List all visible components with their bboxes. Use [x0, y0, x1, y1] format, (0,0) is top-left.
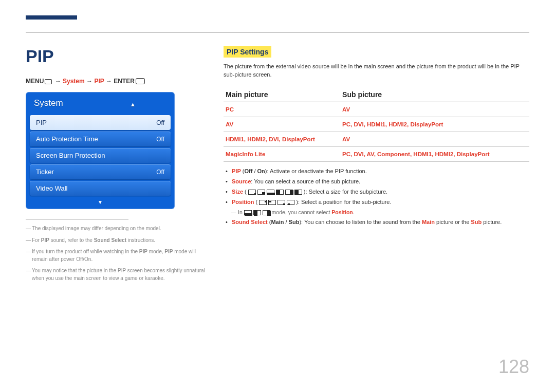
footnote: If you turn the product off while watchi…	[26, 248, 208, 263]
bullet-item: PIP (Off / On): Activate or deactivate t…	[224, 167, 529, 176]
bullet-item: Position ( ): Select a position for the …	[224, 198, 529, 207]
osd-row-label: Ticker	[36, 168, 54, 176]
table-row: MagicInfo LitePC, DVI, AV, Component, HD…	[224, 146, 529, 161]
page-number: 128	[498, 356, 529, 378]
header-rule	[26, 32, 529, 33]
table-row: AVPC, DVI, HDMI1, HDMI2, DisplayPort	[224, 117, 529, 132]
bullet-item: Sound Select (Main / Sub): You can choos…	[224, 218, 529, 227]
osd-row-label: Auto Protection Time	[36, 135, 98, 143]
footnotes-divider	[26, 219, 128, 225]
table-cell: MagicInfo Lite	[224, 146, 340, 161]
bullet-item: Source: You can select a source of the s…	[224, 177, 529, 186]
osd-row-pip[interactable]: PIPOff	[30, 115, 171, 130]
osd-row-auto-protection-time[interactable]: Auto Protection TimeOff	[30, 132, 171, 146]
bullet-item: Size ( ): Select a size for the subpictu…	[224, 188, 529, 196]
osd-row-label: Video Wall	[36, 184, 67, 192]
table-row: HDMI1, HDMI2, DVI, DisplayPortAV	[224, 132, 529, 146]
breadcrumb: MENU → System → PIP → ENTER	[26, 78, 208, 85]
footnote: For PIP sound, refer to the Sound Select…	[26, 237, 208, 245]
osd-title: System ▲	[30, 96, 171, 114]
arrow-up-icon: ▲	[130, 101, 136, 107]
menu-key-icon	[45, 79, 52, 84]
table-header-main: Main picture	[224, 87, 340, 102]
bullet-item: In mode, you cannot select Position.	[224, 208, 529, 216]
table-cell: AV	[340, 102, 529, 117]
osd-row-value: Off	[156, 136, 164, 143]
table-header-sub: Sub picture	[340, 87, 529, 102]
osd-menu: System ▲ PIPOffAuto Protection TimeOffSc…	[26, 92, 175, 209]
table-cell: PC, DVI, AV, Component, HDMI1, HDMI2, Di…	[340, 146, 529, 161]
osd-row-label: PIP	[36, 119, 47, 126]
footnote: You may notice that the picture in the P…	[26, 267, 208, 282]
osd-row-value: Off	[156, 119, 164, 126]
osd-row-label: Screen Burn Protection	[36, 152, 105, 159]
osd-row-ticker[interactable]: TickerOff	[30, 164, 171, 179]
arrow-down-icon: ▼	[98, 199, 103, 205]
footnote: The displayed image may differ depending…	[26, 225, 208, 233]
enter-key-icon	[136, 78, 145, 84]
osd-row-screen-burn-protection[interactable]: Screen Burn Protection	[30, 148, 171, 163]
table-cell: HDMI1, HDMI2, DVI, DisplayPort	[224, 132, 340, 146]
table-cell: PC, DVI, HDMI1, HDMI2, DisplayPort	[340, 117, 529, 132]
table-cell: AV	[340, 132, 529, 146]
table-row: PCAV	[224, 102, 529, 117]
settings-bullets: PIP (Off / On): Activate or deactivate t…	[224, 167, 529, 227]
pip-source-table: Main picture Sub picture PCAVAVPC, DVI, …	[224, 87, 529, 162]
page-title: PIP	[26, 46, 208, 66]
header-accent-bar	[26, 15, 77, 20]
table-cell: AV	[224, 117, 340, 132]
table-cell: PC	[224, 102, 340, 117]
osd-row-video-wall[interactable]: Video Wall	[30, 181, 171, 196]
settings-heading: PIP Settings	[224, 46, 271, 58]
osd-row-value: Off	[156, 169, 164, 176]
settings-intro: The picture from the external video sour…	[224, 63, 529, 79]
